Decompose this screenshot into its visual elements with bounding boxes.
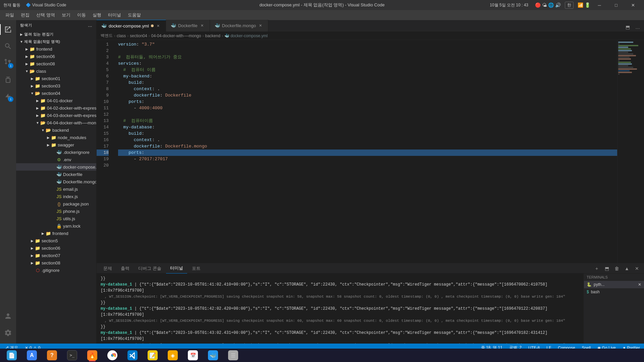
activity-extensions[interactable]: 1 (0, 88, 16, 105)
close-panel-button[interactable]: ✕ (633, 264, 641, 273)
session-label: pyth... (594, 282, 605, 287)
sidebar-options[interactable]: ... (88, 23, 92, 27)
menu-help[interactable]: 도움말 (125, 11, 144, 19)
file-phone-js[interactable]: JS phone.js (16, 207, 96, 215)
activity-explorer[interactable] (0, 21, 16, 38)
terminal-session-bash[interactable]: $ bash (584, 288, 644, 296)
taskbar-app-finder[interactable]: ☰ (224, 349, 242, 362)
split-editor-button[interactable]: ⬒ (623, 23, 632, 32)
file-docker-compose[interactable]: 🐳 docker-compose.yml (16, 163, 96, 171)
panel-tab-debug[interactable]: 디버그 콘솔 (134, 263, 165, 274)
new-terminal-button[interactable]: + (592, 264, 601, 273)
sessions-label: TERMINALS (587, 275, 608, 279)
file-env[interactable]: ⚙ .env (16, 156, 96, 163)
file-package-json[interactable]: {} package.json (16, 200, 96, 207)
tab-close-button[interactable]: ✕ (156, 23, 161, 28)
activity-account[interactable] (0, 308, 16, 324)
file-dockerfile[interactable]: 🐳 Dockerfile (16, 171, 96, 178)
breadcrumb-file-item[interactable]: 🐳 docker-compose.yml (224, 34, 268, 38)
split-terminal-button[interactable]: ⬒ (602, 264, 611, 273)
tab-docker-compose[interactable]: 🐳 docker-compose.yml ✕ (97, 20, 166, 32)
file-dockerfile-mongo[interactable]: 🐳 Dockerfile.mongo (16, 178, 96, 185)
file-yarn-lock[interactable]: 🔒 yarn.lock (16, 222, 96, 230)
taskbar-app-vscode[interactable] (123, 349, 142, 362)
folder-section04[interactable]: ▼ 📂 section04 (16, 89, 96, 97)
activity-source-control[interactable]: 1 (0, 55, 16, 71)
breadcrumb-item[interactable]: section04 (130, 34, 147, 38)
taskbar-app-docker[interactable]: 🐳 (204, 349, 222, 362)
menu-file[interactable]: 파일 (3, 11, 17, 19)
taskbar-app-notes[interactable]: 📝 (144, 349, 162, 362)
folder-section01[interactable]: ▶ 📁 section01 (16, 75, 96, 82)
lang-button[interactable]: 한 (565, 2, 574, 9)
menu-go[interactable]: 이동 (74, 11, 89, 19)
sidebar-content[interactable]: ▶ 열려 있는 편집기 ▼ 제목 없음(작업 영역) ▶ 📁 frontend … (16, 31, 96, 344)
folder-class[interactable]: ▼ 📂 class (16, 67, 96, 75)
file-gitignore[interactable]: ⬡ .gitignore (16, 266, 96, 274)
tab-dockerfile-mongo[interactable]: 🐳 Dockerfile.mongo ✕ (210, 20, 268, 32)
menu-selection[interactable]: 선택 영역 (34, 11, 58, 19)
folder-04-01[interactable]: ▶ 📁 04-01-docker (16, 97, 96, 104)
taskbar-app-firefox[interactable]: 🔥 (83, 349, 101, 362)
folder-section06[interactable]: ▶ 📁 section06 (16, 53, 96, 60)
folder-swagger[interactable]: ▶ 📁 swagger (16, 141, 96, 148)
taskbar-app-appstore[interactable]: A (23, 349, 41, 362)
breadcrumb-item[interactable]: 백엔드 (101, 33, 113, 39)
taskbar-app-terminal[interactable]: >_ (63, 349, 81, 362)
tab-close-button[interactable]: ✕ (258, 23, 263, 28)
terminal-session-python[interactable]: 🐍 pyth... ✕ (584, 281, 644, 288)
panel-tab-output[interactable]: 출력 (117, 263, 133, 274)
panel-tab-terminal[interactable]: 터미널 (166, 263, 187, 274)
file-index-js[interactable]: JS index.js (16, 193, 96, 200)
kill-terminal-button[interactable]: 🗑 (612, 264, 621, 273)
breadcrumb-item[interactable]: class (117, 34, 126, 38)
taskbar-app-sketch[interactable]: ◈ (164, 349, 182, 362)
editor-content[interactable]: 12345 678910 1112131415 161718 1920 vers… (97, 40, 644, 263)
taskbar-app-chrome[interactable] (103, 349, 121, 362)
folder-section03[interactable]: ▶ 📁 section03 (16, 82, 96, 89)
folder-node-modules[interactable]: ▶ 📁 node_modules (16, 134, 96, 141)
folder-04-04[interactable]: ▼ 📂 04-04-docker-with-—mongo (16, 119, 96, 126)
menu-terminal[interactable]: 터미널 (105, 11, 124, 19)
file-email-js[interactable]: JS email.js (16, 185, 96, 193)
folder-frontend-backend[interactable]: ▶ 📁 frontend (16, 230, 96, 237)
folder-section07[interactable]: ▶ 📁 section07 (16, 252, 96, 259)
close-session[interactable]: ✕ (638, 282, 641, 287)
section-workspace[interactable]: ▼ 제목 없음(작업 영역) (16, 38, 96, 45)
menu-run[interactable]: 실행 (90, 11, 104, 19)
file-dockerignore[interactable]: 🐳 .dockerignore (16, 148, 96, 156)
folder-backend[interactable]: ▼ 📂 backend (16, 126, 96, 134)
tab-close-button[interactable]: ✕ (200, 23, 205, 28)
panel-tab-ports[interactable]: 포트 (188, 263, 205, 274)
minimize-button[interactable]: ─ (592, 0, 607, 10)
folder-04-03[interactable]: ▶ 📁 04-03-docker-with-express-... (16, 112, 96, 119)
maximize-button[interactable]: □ (608, 0, 624, 10)
activity-search[interactable] (0, 38, 16, 54)
menu-edit[interactable]: 편집 (18, 11, 32, 19)
folder-section08[interactable]: ▶ 📁 section08 (16, 60, 96, 67)
panel-tab-problems[interactable]: 문제 (99, 263, 116, 274)
more-button[interactable]: … (633, 23, 642, 32)
taskbar-app-files[interactable]: 📄 (3, 349, 21, 362)
folder-04-02[interactable]: ▶ 📁 04-02-docker-with-express (16, 104, 96, 112)
menu-view[interactable]: 보기 (59, 11, 73, 19)
breadcrumb-item[interactable]: backend (205, 34, 220, 38)
activity-settings[interactable] (0, 325, 16, 341)
code-editor[interactable]: version: "3.7" # 컴퓨터들, 띄어쓰기가 중요 services… (113, 40, 617, 263)
breadcrumb-item[interactable]: 04-04-docker-with-—mongo (151, 34, 201, 38)
close-button[interactable]: ✕ (625, 0, 641, 10)
activity-run-debug[interactable] (0, 72, 16, 88)
folder-section06-2[interactable]: ▶ 📁 section06 (16, 244, 96, 252)
calendar-icon: 📅 (188, 350, 198, 360)
taskbar-app-calendar[interactable]: 📅 (184, 349, 202, 362)
terminal-content[interactable]: }} my-database_1 | {"t":{"$date":"2023-1… (97, 274, 584, 344)
folder-section5[interactable]: ▶ 📁 section5 (16, 237, 96, 244)
folder-section08-2[interactable]: ▶ 📁 section08 (16, 259, 96, 266)
folder-frontend-top[interactable]: ▶ 📁 frontend (16, 45, 96, 53)
section-open-editors[interactable]: ▶ 열려 있는 편집기 (16, 31, 96, 38)
taskbar-app-help[interactable]: ? (43, 349, 61, 362)
folder-label: section06 (36, 54, 55, 59)
maximize-panel-button[interactable]: ▲ (623, 264, 631, 273)
file-utils-js[interactable]: JS utils.js (16, 215, 96, 222)
tab-dockerfile[interactable]: 🐳 Dockerfile ✕ (166, 20, 210, 32)
